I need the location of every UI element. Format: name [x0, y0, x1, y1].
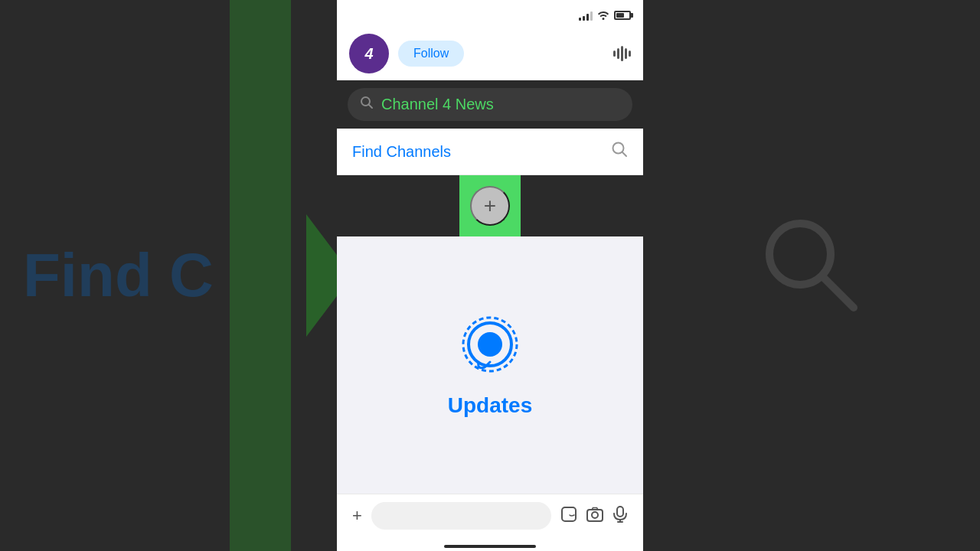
follow-button[interactable]: Follow: [398, 41, 464, 67]
find-channels-label: Find Channels: [352, 143, 451, 161]
channel-avatar: 4: [349, 34, 389, 73]
svg-line-3: [369, 105, 373, 109]
active-search-section: Channel 4 News: [337, 80, 643, 129]
battery-icon: [614, 11, 631, 20]
home-indicator: [444, 545, 536, 548]
channel-header: 4 Follow: [337, 28, 643, 80]
updates-icon-container: [456, 312, 524, 384]
bg-green-bar: [230, 0, 291, 551]
updates-section: Updates: [337, 236, 643, 494]
find-channels-input[interactable]: Find Channels: [337, 129, 643, 175]
updates-label: Updates: [448, 393, 532, 418]
svg-rect-12: [617, 507, 623, 517]
bg-left-arrow: [306, 214, 337, 337]
bg-left-text: Find C: [0, 240, 214, 311]
camera-icon[interactable]: [586, 506, 603, 527]
channel-logo: 4: [364, 45, 373, 63]
background-right: [643, 0, 980, 551]
status-bar: [337, 0, 643, 28]
sticker-icon[interactable]: [560, 506, 577, 527]
phone-screen: 4 Follow Channel 4 News Find Channels: [337, 0, 643, 551]
find-channels-search-icon: [611, 141, 628, 162]
bottom-toolbar: +: [337, 494, 643, 545]
search-query-text: Channel 4 News: [381, 96, 494, 113]
search-active-icon: [360, 96, 374, 113]
signal-bar-2: [583, 16, 585, 21]
svg-line-5: [622, 152, 627, 157]
add-channel-button[interactable]: +: [470, 186, 510, 226]
voice-waveform-icon: [613, 44, 631, 63]
svg-rect-9: [562, 507, 576, 521]
find-channels-section: Find Channels: [337, 129, 643, 175]
svg-point-7: [478, 332, 502, 357]
signal-bar-3: [586, 14, 589, 21]
signal-bar-1: [579, 18, 581, 21]
background-left: Find C: [0, 0, 337, 551]
bg-search-icon: [758, 212, 865, 340]
svg-line-1: [824, 278, 854, 308]
active-search-bar[interactable]: Channel 4 News: [348, 88, 632, 121]
signal-bars-icon: [579, 10, 593, 21]
microphone-icon[interactable]: [612, 506, 628, 527]
updates-icon: [456, 312, 524, 381]
message-input[interactable]: [371, 502, 551, 530]
wifi-icon: [597, 9, 609, 22]
svg-point-11: [592, 512, 598, 518]
toolbar-plus-button[interactable]: +: [352, 506, 362, 526]
dark-middle-section: +: [337, 175, 643, 236]
battery-fill: [616, 13, 624, 18]
signal-bar-4: [590, 11, 593, 21]
